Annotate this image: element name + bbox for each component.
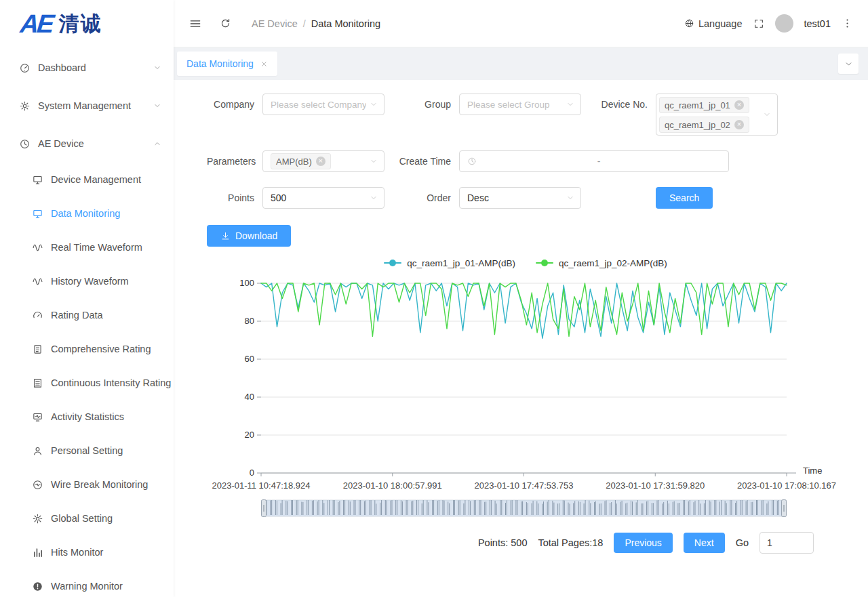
dashboard-icon	[19, 62, 31, 74]
sidebar-item-comprehensive-rating[interactable]: Comprehensive Rating	[0, 332, 174, 366]
sidebar-item-warning-monitor[interactable]: Warning Monitor	[0, 569, 174, 597]
tag-label: qc_raem1_jp_01	[665, 100, 730, 110]
sidebar-menu: DashboardSystem ManagementAE DeviceDevic…	[0, 47, 174, 597]
chevron-down-icon	[844, 60, 853, 68]
tag-amp-db: AMP(dB)	[271, 153, 331, 169]
fullscreen-icon	[753, 18, 764, 29]
breadcrumb-parent[interactable]: AE Device	[252, 18, 298, 29]
slider-handle[interactable]	[782, 500, 787, 517]
chevron-down-icon	[370, 100, 378, 108]
chevron-down-icon	[844, 60, 853, 68]
tag-close-icon[interactable]	[316, 157, 326, 166]
tag-close-icon[interactable]	[734, 120, 744, 129]
globe-icon	[684, 18, 694, 28]
sidebar-item-continuous-intensity-rating[interactable]: Continuous Intensity Rating	[0, 366, 174, 400]
slider-handle[interactable]	[262, 500, 267, 517]
more-icon	[842, 18, 853, 29]
sidebar-item-global-setting[interactable]: Global Setting	[0, 501, 174, 535]
sidebar-item-real-time-waveform[interactable]: Real Time Waveform	[0, 230, 174, 264]
kebab-menu-icon[interactable]	[842, 18, 853, 29]
group-select[interactable]: Please select Group	[459, 94, 581, 115]
app-window: AE 清诚 DashboardSystem ManagementAE Devic…	[0, 0, 868, 597]
previous-button[interactable]: Previous	[614, 533, 672, 553]
menu-icon[interactable]	[189, 17, 202, 30]
clock-icon	[467, 157, 477, 166]
sidebar-item-label: Hits Monitor	[51, 547, 161, 558]
chevron-down-icon	[153, 102, 161, 110]
company-select[interactable]: Please select Company	[262, 94, 384, 115]
refresh-icon[interactable]	[220, 18, 231, 29]
fullscreen-icon[interactable]	[753, 18, 764, 29]
chevron-down-icon	[153, 64, 161, 72]
x-tick-label: 2023-01-10 17:08:10.167	[737, 480, 836, 491]
sidebar-item-label: System Management	[38, 100, 153, 111]
legend-item-qc-raem1-jp-02-amp-db[interactable]: qc_raem1_jp_02-AMP(dB)	[536, 256, 667, 270]
sidebar-item-rating-data[interactable]: Rating Data	[0, 298, 174, 332]
device-select[interactable]: qc_raem1_jp_01qc_raem1_jp_02	[656, 94, 778, 136]
language-switcher[interactable]: Language	[684, 18, 743, 29]
line-chart: 020406080100	[207, 279, 831, 479]
chevron-down-icon	[370, 194, 378, 202]
bars-icon	[32, 547, 43, 558]
x-axis-labels: Time 2023-01-11 10:47:18.9242023-01-10 1…	[261, 479, 787, 493]
download-button[interactable]: Download	[207, 225, 291, 247]
chevron-down-icon	[370, 194, 378, 202]
monitor-icon	[32, 174, 43, 186]
go-label: Go	[736, 537, 749, 548]
parameters-select[interactable]: AMP(dB)	[262, 150, 384, 172]
parameters-label: Parameters	[207, 150, 262, 172]
clock-icon	[19, 138, 31, 150]
sidebar-item-activity-statistics[interactable]: Activity Statistics	[0, 400, 174, 434]
sidebar-item-label: Warning Monitor	[51, 581, 161, 592]
avatar[interactable]	[775, 14, 793, 33]
sidebar-item-label: Personal Setting	[51, 445, 161, 456]
sidebar-item-device-management[interactable]: Device Management	[0, 163, 174, 197]
main-content: Company Please select Company Group Plea…	[174, 80, 868, 597]
points-select[interactable]: 500	[262, 187, 384, 209]
svg-text:40: 40	[245, 392, 254, 402]
sidebar-item-data-monitoring[interactable]: Data Monitoring	[0, 197, 174, 230]
total-pages: Total Pages:18	[538, 537, 603, 548]
sidebar-item-label: Data Monitoring	[51, 208, 161, 219]
tab-list-dropdown[interactable]	[838, 54, 859, 74]
next-button[interactable]: Next	[684, 533, 725, 553]
brand-logo[interactable]: AE 清诚	[0, 0, 174, 47]
x-axis-title: Time	[803, 466, 822, 476]
sidebar-item-label: Activity Statistics	[51, 411, 161, 422]
legend-label: qc_raem1_jp_01-AMP(dB)	[407, 258, 515, 268]
sidebar-item-history-waveform[interactable]: History Waveform	[0, 264, 174, 298]
tag-close-icon[interactable]	[734, 100, 744, 110]
sidebar-item-wire-break-monitoring[interactable]: Wire Break Monitoring	[0, 468, 174, 501]
search-button[interactable]: Search	[656, 187, 713, 209]
filter-row-1: Company Please select Company Group Plea…	[207, 94, 868, 136]
create-time-range-input[interactable]: -	[459, 150, 729, 172]
page-input[interactable]	[760, 532, 814, 554]
sidebar-item-ae-device[interactable]: AE Device	[0, 125, 174, 163]
tab-data-monitoring[interactable]: Data Monitoring	[177, 52, 277, 76]
svg-text:0: 0	[250, 468, 254, 477]
username[interactable]: test01	[804, 18, 831, 29]
sidebar-item-label: History Waveform	[51, 276, 161, 287]
x-tick-label: 2023-01-10 18:00:57.991	[343, 480, 442, 491]
clock-icon	[467, 157, 477, 166]
sidebar-item-system-management[interactable]: System Management	[0, 87, 174, 125]
filter-row-3: Points 500 Order Desc Search	[207, 187, 868, 209]
datazoom-slider[interactable]	[261, 499, 787, 517]
legend-item-qc-raem1-jp-01-amp-db[interactable]: qc_raem1_jp_01-AMP(dB)	[384, 256, 515, 270]
list-icon	[32, 377, 43, 389]
language-label: Language	[698, 18, 743, 29]
wave-icon	[32, 242, 43, 253]
svg-text:100: 100	[239, 279, 254, 288]
x-tick-label: 2023-01-10 17:31:59.820	[606, 480, 705, 491]
sidebar-item-label: Wire Break Monitoring	[51, 479, 161, 490]
sidebar-item-dashboard[interactable]: Dashboard	[0, 49, 174, 87]
order-select[interactable]: Desc	[459, 187, 581, 209]
chevron-down-icon	[370, 157, 378, 165]
create-time-label: Create Time	[384, 150, 459, 172]
brand-logo-ae: AE	[19, 9, 54, 39]
sidebar-item-personal-setting[interactable]: Personal Setting	[0, 434, 174, 468]
svg-text:20: 20	[245, 430, 254, 440]
sidebar-item-hits-monitor[interactable]: Hits Monitor	[0, 535, 174, 569]
close-icon[interactable]	[260, 60, 268, 68]
wave-icon	[32, 276, 43, 287]
